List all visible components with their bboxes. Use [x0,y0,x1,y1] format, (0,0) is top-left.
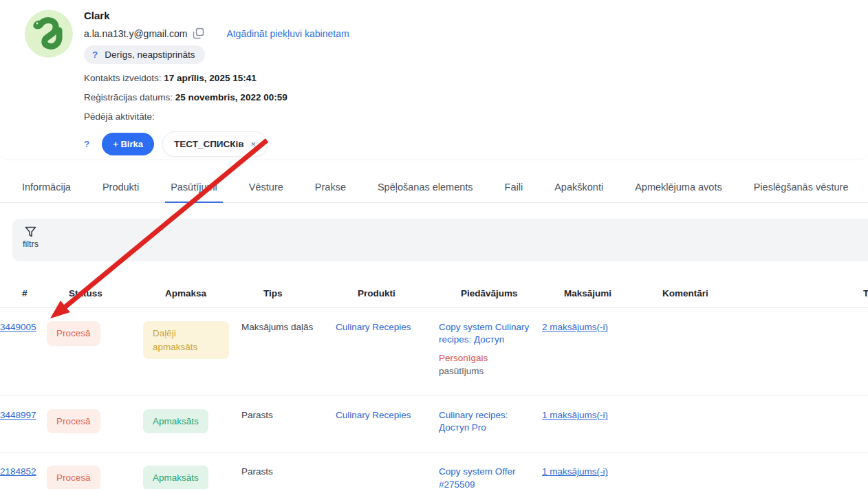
table-row: 2184852 Procesā Apmaksāts Parasts Copy s… [0,453,868,489]
tag-chip-label: ТЕСТ_СПИСКів [174,139,244,149]
column-header--: # [22,288,69,298]
created-at-value: 17 aprīlis, 2025 15:41 [164,73,256,83]
table-header-row: #StatussApmaksaTipsProduktiPiedāvājumsMa… [0,279,868,308]
registered-at-label: Reģistrācijas datums: [84,92,173,102]
order-note: Personīgais pasūtījums [439,352,530,377]
filter-label: filtrs [23,239,39,249]
order-id-link[interactable]: 3449005 [0,322,36,332]
copy-email-icon[interactable] [193,28,204,39]
registered-at-value: 25 novembris, 2022 00:59 [175,92,287,102]
tab-prakse[interactable]: Prakse [310,177,351,203]
table-body: 3449005 Procesā Daļēji apmaksāts Maksāju… [0,308,868,489]
payment-status-badge: Apmaksāts [143,409,208,434]
payments-link[interactable]: 1 maksājums(-i) [542,466,608,477]
status-badge: ? Derīgs, neapstiprināts [84,45,205,64]
order-status-badge: Procesā [47,466,100,489]
contact-email: a.la.na13t.y@gmail.com [84,28,187,39]
order-extra [841,409,868,434]
column-header-maksajumi: Maksājumi [564,288,662,298]
crm-contact-page: { "contact": { "name": "Clark", "email":… [0,0,868,489]
order-comments [640,466,841,489]
tab-pasutijumi[interactable]: Pasūtījumi [165,177,223,203]
column-header-komentari: Komentāri [662,288,863,298]
tab-produkti[interactable]: Produkti [97,177,144,203]
offer-link[interactable]: Copy system Offer #275509 [439,466,516,489]
tab-bar: InformācijaProduktiPasūtījumiVēsturePrak… [0,177,868,203]
filter-toggle[interactable]: filtrs [23,226,39,249]
column-header-apmaksa: Apmaksa [165,288,263,298]
add-tag-button[interactable]: + Birka [102,133,154,155]
payment-status-badge: Daļēji apmaksāts [143,321,229,359]
order-type: Parasts [241,466,336,489]
contact-name: Clark [84,10,349,21]
status-badge-label: Derīgs, neapstiprināts [105,50,195,60]
last-activity-label: Pēdējā aktivitāte: [84,111,155,122]
offer-link[interactable]: Culinary recipes: Доступ Pro [439,410,508,433]
contact-info: Clark a.la.na13t.y@gmail.com Atgādināt p… [84,10,349,157]
payment-status-badge: Apmaksāts [143,466,208,489]
tag-row: ? + Birka ТЕСТ_СПИСКів × [84,131,349,157]
tag-chip[interactable]: ТЕСТ_СПИСКів × [162,131,268,157]
order-status-badge: Procesā [47,409,100,434]
column-header-statuss: Statuss [69,288,165,298]
column-header-t: T [863,288,868,298]
order-note-personal: Personīgais [439,353,488,363]
column-header-produkti: Produkti [358,288,461,298]
tab-pieslegsanas-vesture[interactable]: Pieslēgšanās vēsture [748,177,854,203]
tags-help-icon[interactable]: ? [84,139,89,149]
order-comments [640,409,841,434]
offer-link[interactable]: Copy system Culinary recipes: Доступ [439,322,529,345]
status-help-icon[interactable]: ? [92,50,98,60]
filter-panel: filtrs [12,219,868,261]
filter-funnel-icon [25,226,36,237]
payments-link[interactable]: 1 maksājums(-i) [542,410,608,420]
avatar [25,10,73,58]
order-type: Maksājums daļās [241,321,336,378]
remove-tag-icon[interactable]: × [251,139,257,149]
tab-apakskonti[interactable]: Apakškonti [549,177,609,203]
column-header-piedavajums: Piedāvājums [461,288,564,298]
product-link[interactable]: Culinary Recepies [336,322,411,332]
created-at-label: Kontakts izveidots: [84,73,162,83]
order-comments [640,321,841,378]
order-type: Parasts [241,409,336,434]
order-id-link[interactable]: 2184852 [0,466,36,477]
order-extra [841,466,868,489]
orders-table: #StatussApmaksaTipsProduktiPiedāvājumsMa… [0,279,868,489]
remind-access-link[interactable]: Atgādināt piekļuvi kabinetam [226,28,349,39]
created-at-line: Kontakts izveidots: 17 aprīlis, 2025 15:… [84,73,349,83]
table-row: 3449005 Procesā Daļēji apmaksāts Maksāju… [0,308,868,396]
email-row: a.la.na13t.y@gmail.com Atgādināt piekļuv… [84,28,349,39]
tab-vesture[interactable]: Vēsture [243,177,289,203]
product-link[interactable]: Culinary Recepies [336,410,411,420]
tab-spelosanas-elements[interactable]: Spēļošanas elements [372,177,479,203]
tab-faili[interactable]: Faili [499,177,529,203]
registered-at-line: Reģistrācijas datums: 25 novembris, 2022… [84,92,349,102]
table-row: 3448997 Procesā Apmaksāts Parasts Culina… [0,396,868,453]
order-id-link[interactable]: 3448997 [0,410,36,420]
last-activity-line: Pēdējā aktivitāte: [84,111,349,122]
order-note-type: pasūtījums [439,366,484,376]
order-extra [841,321,868,378]
contact-card: Clark a.la.na13t.y@gmail.com Atgādināt p… [0,0,868,160]
tab-apmeklejuma-avots[interactable]: Apmeklējuma avots [629,177,728,203]
order-status-badge: Procesā [47,321,100,346]
column-header-tips: Tips [263,288,358,298]
payments-link[interactable]: 2 maksājums(-i) [542,322,608,332]
tab-informacija[interactable]: Informācija [17,177,76,203]
